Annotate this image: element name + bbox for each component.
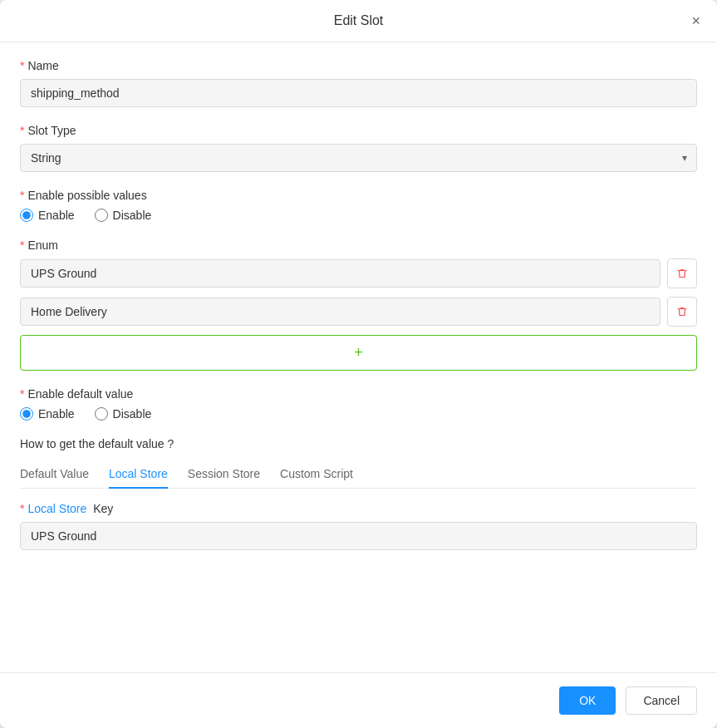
name-input[interactable] (20, 79, 697, 107)
enable-default-enable-label: Enable (38, 407, 75, 421)
default-value-tabs-section: How to get the default value ? Default V… (20, 437, 697, 550)
enum-row-1 (20, 258, 697, 288)
enable-possible-enable-radio[interactable] (20, 209, 33, 222)
enum-field-group: * Enum + (20, 239, 697, 371)
how-to-get-label: How to get the default value ? (20, 437, 697, 450)
modal: Edit Slot × * Name * Slot Type String In… (0, 0, 717, 728)
add-enum-button[interactable]: + (20, 335, 697, 371)
local-store-link[interactable]: Local Store (27, 502, 86, 515)
modal-title: Edit Slot (334, 13, 384, 28)
local-store-key-text: Key (90, 502, 113, 515)
trash-icon-2 (676, 306, 688, 317)
enable-possible-disable-option[interactable]: Disable (95, 209, 152, 222)
trash-icon-1 (676, 268, 688, 279)
enable-default-enable-option[interactable]: Enable (20, 407, 75, 421)
tab-custom-script[interactable]: Custom Script (280, 460, 353, 489)
local-store-key-label: * Local Store Key (20, 502, 697, 515)
ok-button[interactable]: OK (559, 686, 616, 715)
cancel-button[interactable]: Cancel (626, 686, 697, 715)
enum-label: * Enum (20, 239, 697, 252)
enable-default-disable-radio[interactable] (95, 407, 108, 421)
slot-type-field-group: * Slot Type String Integer Boolean Float… (20, 124, 697, 172)
enable-possible-enable-label: Enable (38, 209, 75, 222)
enable-default-label: * Enable default value (20, 387, 697, 401)
slot-type-select[interactable]: String Integer Boolean Float (20, 144, 697, 172)
tab-local-store[interactable]: Local Store (109, 460, 168, 489)
modal-footer: OK Cancel (0, 672, 717, 728)
tab-default-value[interactable]: Default Value (20, 460, 89, 489)
modal-header: Edit Slot × (0, 0, 717, 42)
tabs-bar: Default Value Local Store Session Store … (20, 460, 697, 489)
add-icon: + (354, 344, 363, 362)
local-store-key-input[interactable] (20, 522, 697, 550)
enable-default-disable-label: Disable (113, 407, 152, 421)
enable-possible-required-star: * (20, 189, 24, 202)
close-button[interactable]: × (688, 10, 704, 32)
slot-type-select-wrapper: String Integer Boolean Float ▾ (20, 144, 697, 172)
name-label: * Name (20, 59, 697, 72)
modal-body: * Name * Slot Type String Integer Boolea… (0, 42, 717, 672)
enable-default-enable-radio[interactable] (20, 407, 33, 421)
name-required-star: * (20, 59, 24, 72)
enable-default-disable-option[interactable]: Disable (95, 407, 152, 421)
enable-possible-label: * Enable possible values (20, 189, 697, 202)
name-field-group: * Name (20, 59, 697, 107)
enum-row-2 (20, 297, 697, 327)
enable-default-radio-group: Enable Disable (20, 407, 697, 421)
enable-possible-enable-option[interactable]: Enable (20, 209, 75, 222)
enum-delete-button-1[interactable] (667, 258, 697, 288)
enum-input-2[interactable] (20, 298, 661, 326)
enum-required-star: * (20, 239, 24, 252)
tab-session-store[interactable]: Session Store (188, 460, 260, 489)
slot-type-required-star: * (20, 124, 24, 137)
enum-delete-button-2[interactable] (667, 297, 697, 327)
local-store-key-field-group: * Local Store Key (20, 502, 697, 550)
enable-possible-disable-label: Disable (113, 209, 152, 222)
enable-default-field-group: * Enable default value Enable Disable (20, 387, 697, 421)
local-store-key-required-star: * (20, 502, 24, 515)
enum-input-1[interactable] (20, 259, 661, 288)
slot-type-label: * Slot Type (20, 124, 697, 137)
enable-possible-field-group: * Enable possible values Enable Disable (20, 189, 697, 222)
enable-possible-disable-radio[interactable] (95, 209, 108, 222)
enable-default-required-star: * (20, 387, 24, 401)
enable-possible-radio-group: Enable Disable (20, 209, 697, 222)
